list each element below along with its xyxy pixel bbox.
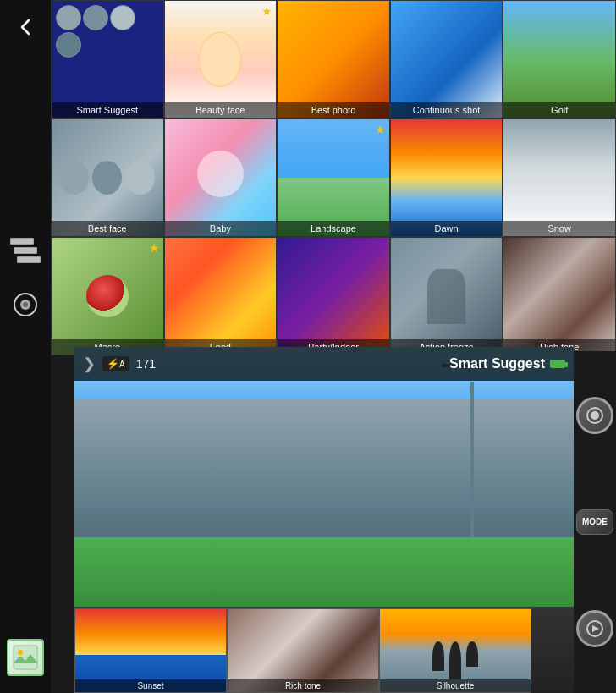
crane-decoration [470, 382, 474, 537]
grid-label-baby: Baby [165, 221, 277, 236]
grid-row-3: ★ Macro Food Party/Indoor Action freeze … [51, 237, 616, 355]
layers-icon [10, 238, 41, 263]
grid-row-1: Smart Suggest ★ Beauty face Best photo C… [51, 0, 616, 118]
svg-marker-8 [592, 625, 599, 632]
film-item-sunset[interactable]: Sunset [74, 608, 227, 693]
grid-label-landscape: Landscape [278, 221, 389, 236]
grid-label-smart-suggest: Smart Suggest [52, 102, 163, 118]
grid-item-best-face[interactable]: Best face [51, 118, 164, 237]
capture-button[interactable] [576, 397, 613, 434]
camera-panel: ❯ ⚡A 171 Smart Suggest Sunset Rich tone [74, 347, 574, 693]
film-label-silhouette: Silhouette [380, 679, 531, 692]
camera-header: ❯ ⚡A 171 Smart Suggest [74, 347, 574, 381]
grid-item-landscape[interactable]: ★ Landscape [277, 118, 390, 237]
gallery-button[interactable] [7, 639, 44, 676]
grid-label-continuous-shot: Continuous shot [391, 102, 503, 118]
film-label-sunset: Sunset [75, 679, 226, 692]
star-landscape: ★ [375, 123, 386, 136]
video-button[interactable] [576, 610, 613, 647]
grid-label-snow: Snow [503, 221, 615, 236]
svg-rect-3 [14, 646, 37, 669]
flash-icon: ⚡A [107, 358, 125, 370]
camera-switch-button[interactable] [7, 286, 44, 323]
grid-item-dawn[interactable]: Dawn [390, 118, 503, 237]
shot-count: 171 [136, 357, 156, 371]
grid-item-baby[interactable]: Baby [164, 118, 278, 237]
sidebar [0, 0, 51, 693]
grid-label-beauty-face: Beauty face [165, 102, 277, 118]
grid-item-golf[interactable]: Golf [503, 0, 616, 118]
svg-point-4 [18, 650, 23, 655]
svg-point-6 [591, 411, 599, 420]
filmstrip: Sunset Rich tone Silhouette [74, 608, 531, 693]
grid-item-best-photo[interactable]: Best photo [277, 0, 390, 118]
grid-label-best-photo: Best photo [278, 102, 389, 118]
chevron-icon[interactable]: ❯ [83, 355, 96, 373]
star-beauty-face: ★ [261, 4, 272, 18]
right-controls: MODE [574, 351, 616, 693]
grid-label-golf: Golf [503, 102, 615, 118]
back-button[interactable] [7, 8, 44, 46]
grid-item-beauty-face[interactable]: ★ Beauty face [164, 0, 278, 118]
grid-item-continuous-shot[interactable]: Continuous shot [390, 0, 503, 118]
grid-item-party-indoor[interactable]: Party/Indoor [277, 237, 390, 355]
mode-button[interactable]: MODE [576, 509, 613, 535]
grid-row-2: Best face Baby ★ Landscape Dawn [51, 118, 616, 237]
mode-label: MODE [582, 517, 608, 526]
grid-item-macro[interactable]: ★ Macro [51, 237, 164, 355]
film-item-rich-tone[interactable]: Rich tone [227, 608, 379, 693]
battery-icon [550, 360, 565, 368]
grid-label-best-face: Best face [52, 221, 163, 236]
film-label-rich-tone: Rich tone [228, 679, 378, 692]
star-macro: ★ [149, 241, 160, 255]
layers-button[interactable] [7, 232, 44, 269]
mode-grid: Smart Suggest ★ Beauty face Best photo C… [51, 0, 616, 355]
grid-item-snow[interactable]: Snow [503, 118, 616, 237]
smart-suggest-label: Smart Suggest [449, 356, 545, 371]
grid-item-action-freeze[interactable]: Action freeze [390, 237, 503, 355]
grid-label-dawn: Dawn [391, 221, 503, 236]
grid-item-rich-tone[interactable]: Rich tone [503, 237, 616, 355]
svg-point-2 [23, 302, 28, 307]
film-item-silhouette[interactable]: Silhouette [379, 608, 531, 693]
grid-item-food[interactable]: Food [164, 237, 278, 355]
grid-item-smart-suggest[interactable]: Smart Suggest [51, 0, 164, 118]
